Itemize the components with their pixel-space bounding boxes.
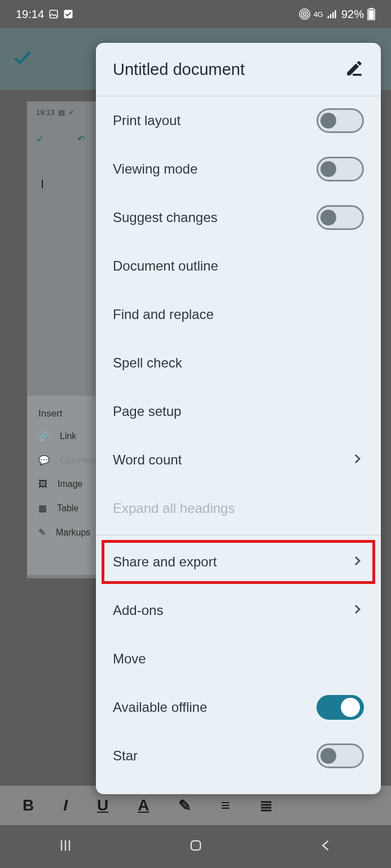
menu-label: Word count <box>113 452 182 468</box>
chevron-right-icon <box>350 452 364 468</box>
checkbox-icon: ✓ <box>68 108 74 117</box>
menu-separator <box>96 535 381 535</box>
menu-label: Add-ons <box>113 603 163 618</box>
menu-item-move[interactable]: Move <box>96 635 381 683</box>
recents-icon[interactable] <box>58 838 73 856</box>
check-icon <box>11 47 34 72</box>
table-icon: ▦ <box>38 503 47 513</box>
menu-label: Available offline <box>113 699 207 715</box>
menu-item-expand-all-headings: Expand all headings <box>96 484 381 533</box>
menu-label: Print layout <box>113 113 181 129</box>
bold-icon: B <box>23 796 34 814</box>
chevron-right-icon <box>350 603 364 618</box>
menu-label: Viewing mode <box>113 161 197 177</box>
image-icon: ▧ <box>58 108 65 117</box>
status-time: 19:14 <box>16 8 44 21</box>
link-icon: 🔗 <box>38 431 50 441</box>
menu-label: Document outline <box>113 258 218 274</box>
menu-label: Suggest changes <box>113 210 217 225</box>
menu-item-available-offline[interactable]: Available offline <box>96 683 381 732</box>
svg-point-2 <box>303 13 306 16</box>
svg-rect-8 <box>335 10 336 18</box>
menu-label: Expand all headings <box>113 501 235 516</box>
svg-rect-6 <box>330 14 332 19</box>
toggle-suggest-changes[interactable] <box>317 205 364 230</box>
toggle-star[interactable] <box>317 743 364 768</box>
overflow-menu-panel: Untitled document Print layoutViewing mo… <box>96 43 381 794</box>
menu-item-print-layout[interactable]: Print layout <box>96 96 381 145</box>
comment-icon: 💬 <box>38 455 50 466</box>
document-title: Untitled document <box>113 60 245 79</box>
menu-item-star[interactable]: Star <box>96 732 381 780</box>
checkbox-icon <box>63 9 73 19</box>
status-left: 19:14 <box>16 8 73 21</box>
menu-label: Page setup <box>113 404 181 419</box>
svg-rect-5 <box>328 16 330 18</box>
rename-icon[interactable] <box>345 59 364 80</box>
home-icon[interactable] <box>188 838 204 856</box>
network-type: 4G <box>314 11 323 18</box>
battery-percent: 92% <box>341 8 364 21</box>
menu-label: Spell check <box>113 355 182 371</box>
status-right: 4G 92% <box>299 8 375 21</box>
svg-rect-15 <box>191 841 200 850</box>
svg-rect-11 <box>369 10 374 20</box>
highlight-icon: ✎ <box>178 796 191 815</box>
menu-item-spell-check[interactable]: Spell check <box>96 339 381 387</box>
toggle-print-layout[interactable] <box>317 108 364 133</box>
status-bar: 19:14 4G 92% <box>0 0 391 28</box>
menu-item-suggest-changes[interactable]: Suggest changes <box>96 193 381 242</box>
markups-icon: ✎ <box>38 527 46 538</box>
menu-header: Untitled document <box>96 43 381 96</box>
svg-point-3 <box>301 11 308 17</box>
menu-item-share-and-export[interactable]: Share and export <box>96 538 381 586</box>
check-icon: ✓ <box>36 134 43 144</box>
svg-rect-0 <box>50 10 58 18</box>
menu-label: Share and export <box>113 554 217 570</box>
italic-icon: I <box>63 796 68 814</box>
menu-body: Print layoutViewing modeSuggest changesD… <box>96 96 381 794</box>
toggle-available-offline[interactable] <box>317 695 364 720</box>
battery-icon <box>367 8 375 20</box>
android-nav-bar <box>0 825 391 868</box>
underline-icon: U <box>97 796 108 814</box>
menu-item-page-setup[interactable]: Page setup <box>96 387 381 436</box>
image-icon <box>49 9 59 19</box>
align-icon: ≡ <box>221 796 230 814</box>
svg-rect-7 <box>332 12 334 19</box>
text-color-icon: A <box>138 796 149 814</box>
hotspot-icon <box>299 8 310 20</box>
undo-icon: ↶ <box>77 134 85 144</box>
menu-label: Star <box>113 748 138 764</box>
list-icon: ≣ <box>260 796 273 815</box>
menu-item-add-ons[interactable]: Add-ons <box>96 586 381 635</box>
menu-item-find-and-replace[interactable]: Find and replace <box>96 290 381 339</box>
back-icon[interactable] <box>318 838 334 856</box>
menu-item-viewing-mode[interactable]: Viewing mode <box>96 145 381 193</box>
menu-label: Find and replace <box>113 307 214 322</box>
menu-label: Move <box>113 651 146 667</box>
menu-item-word-count[interactable]: Word count <box>96 436 381 484</box>
image-icon: 🖼 <box>38 479 47 489</box>
menu-item-document-outline[interactable]: Document outline <box>96 242 381 290</box>
svg-rect-16 <box>353 74 362 76</box>
signal-icon <box>327 8 338 20</box>
toggle-viewing-mode[interactable] <box>317 157 364 181</box>
chevron-right-icon <box>350 554 364 570</box>
bg-mini-time: 19:13 <box>36 108 55 117</box>
